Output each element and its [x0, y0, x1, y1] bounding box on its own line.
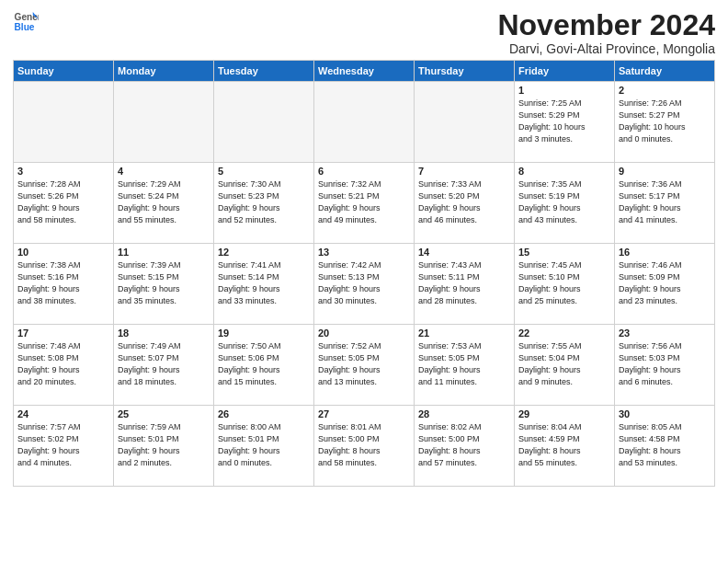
calendar-cell: 22Sunrise: 7:55 AM Sunset: 5:04 PM Dayli…	[515, 325, 615, 406]
weekday-header: Tuesday	[214, 61, 314, 82]
day-info: Sunrise: 8:04 AM Sunset: 4:59 PM Dayligh…	[518, 421, 610, 469]
day-number: 12	[218, 247, 310, 258]
day-info: Sunrise: 7:32 AM Sunset: 5:21 PM Dayligh…	[318, 178, 410, 226]
calendar-cell: 23Sunrise: 7:56 AM Sunset: 5:03 PM Dayli…	[615, 325, 715, 406]
day-info: Sunrise: 8:05 AM Sunset: 4:58 PM Dayligh…	[619, 421, 711, 469]
calendar-cell: 29Sunrise: 8:04 AM Sunset: 4:59 PM Dayli…	[515, 406, 615, 487]
calendar-cell: 4Sunrise: 7:29 AM Sunset: 5:24 PM Daylig…	[114, 163, 214, 244]
day-number: 9	[619, 166, 711, 177]
day-number: 15	[518, 247, 610, 258]
calendar-cell: 20Sunrise: 7:52 AM Sunset: 5:05 PM Dayli…	[314, 325, 415, 406]
calendar-cell	[14, 82, 114, 163]
day-number: 27	[318, 408, 410, 419]
logo: General Blue	[13, 9, 39, 35]
day-info: Sunrise: 7:30 AM Sunset: 5:23 PM Dayligh…	[218, 178, 310, 226]
calendar-cell: 8Sunrise: 7:35 AM Sunset: 5:19 PM Daylig…	[515, 163, 615, 244]
day-info: Sunrise: 7:35 AM Sunset: 5:19 PM Dayligh…	[518, 178, 610, 226]
calendar-cell: 26Sunrise: 8:00 AM Sunset: 5:01 PM Dayli…	[214, 406, 314, 487]
calendar-cell: 10Sunrise: 7:38 AM Sunset: 5:16 PM Dayli…	[14, 244, 114, 325]
day-number: 25	[118, 408, 210, 419]
day-number: 8	[518, 166, 610, 177]
weekday-header: Friday	[515, 61, 615, 82]
day-number: 19	[218, 327, 310, 339]
calendar-cell: 12Sunrise: 7:41 AM Sunset: 5:14 PM Dayli…	[214, 244, 314, 325]
calendar-cell	[214, 82, 314, 163]
day-number: 23	[619, 327, 711, 339]
day-info: Sunrise: 7:39 AM Sunset: 5:15 PM Dayligh…	[118, 259, 210, 307]
day-number: 17	[17, 327, 109, 339]
calendar-cell: 24Sunrise: 7:57 AM Sunset: 5:02 PM Dayli…	[14, 406, 114, 487]
svg-text:Blue: Blue	[15, 22, 35, 32]
day-number: 14	[418, 247, 510, 258]
day-info: Sunrise: 7:33 AM Sunset: 5:20 PM Dayligh…	[418, 178, 510, 226]
day-info: Sunrise: 7:36 AM Sunset: 5:17 PM Dayligh…	[619, 178, 711, 226]
calendar-cell	[415, 82, 515, 163]
day-number: 21	[418, 327, 510, 339]
day-number: 5	[218, 166, 310, 177]
day-number: 30	[619, 408, 711, 419]
weekday-header: Monday	[114, 61, 214, 82]
day-info: Sunrise: 7:25 AM Sunset: 5:29 PM Dayligh…	[518, 98, 610, 145]
calendar-cell: 14Sunrise: 7:43 AM Sunset: 5:11 PM Dayli…	[415, 244, 515, 325]
day-number: 29	[518, 408, 610, 419]
calendar-cell: 28Sunrise: 8:02 AM Sunset: 5:00 PM Dayli…	[415, 406, 515, 487]
calendar-cell: 1Sunrise: 7:25 AM Sunset: 5:29 PM Daylig…	[515, 82, 615, 163]
calendar-cell	[314, 82, 415, 163]
calendar-cell: 6Sunrise: 7:32 AM Sunset: 5:21 PM Daylig…	[314, 163, 415, 244]
day-info: Sunrise: 7:52 AM Sunset: 5:05 PM Dayligh…	[318, 340, 410, 388]
day-number: 4	[118, 166, 210, 177]
day-info: Sunrise: 7:38 AM Sunset: 5:16 PM Dayligh…	[17, 259, 109, 307]
calendar-cell: 9Sunrise: 7:36 AM Sunset: 5:17 PM Daylig…	[615, 163, 715, 244]
calendar-cell: 5Sunrise: 7:30 AM Sunset: 5:23 PM Daylig…	[214, 163, 314, 244]
day-info: Sunrise: 7:57 AM Sunset: 5:02 PM Dayligh…	[17, 421, 109, 469]
calendar-cell: 19Sunrise: 7:50 AM Sunset: 5:06 PM Dayli…	[214, 325, 314, 406]
calendar-cell: 15Sunrise: 7:45 AM Sunset: 5:10 PM Dayli…	[515, 244, 615, 325]
day-number: 2	[619, 85, 711, 96]
day-info: Sunrise: 8:00 AM Sunset: 5:01 PM Dayligh…	[218, 421, 310, 469]
calendar-cell: 30Sunrise: 8:05 AM Sunset: 4:58 PM Dayli…	[615, 406, 715, 487]
calendar-cell: 3Sunrise: 7:28 AM Sunset: 5:26 PM Daylig…	[14, 163, 114, 244]
day-number: 26	[218, 408, 310, 419]
day-info: Sunrise: 7:45 AM Sunset: 5:10 PM Dayligh…	[518, 259, 610, 307]
calendar-cell: 2Sunrise: 7:26 AM Sunset: 5:27 PM Daylig…	[615, 82, 715, 163]
day-info: Sunrise: 7:29 AM Sunset: 5:24 PM Dayligh…	[118, 178, 210, 226]
day-info: Sunrise: 7:55 AM Sunset: 5:04 PM Dayligh…	[518, 340, 610, 388]
calendar-cell: 17Sunrise: 7:48 AM Sunset: 5:08 PM Dayli…	[14, 325, 114, 406]
calendar-cell: 25Sunrise: 7:59 AM Sunset: 5:01 PM Dayli…	[114, 406, 214, 487]
day-number: 11	[118, 247, 210, 258]
day-number: 28	[418, 408, 510, 419]
logo-icon: General Blue	[13, 9, 39, 35]
day-info: Sunrise: 7:26 AM Sunset: 5:27 PM Dayligh…	[619, 98, 711, 145]
day-number: 20	[318, 327, 410, 339]
day-number: 22	[518, 327, 610, 339]
calendar-cell: 7Sunrise: 7:33 AM Sunset: 5:20 PM Daylig…	[415, 163, 515, 244]
day-number: 10	[17, 247, 109, 258]
day-info: Sunrise: 7:59 AM Sunset: 5:01 PM Dayligh…	[118, 421, 210, 469]
day-info: Sunrise: 7:53 AM Sunset: 5:05 PM Dayligh…	[418, 340, 510, 388]
weekday-header: Wednesday	[314, 61, 415, 82]
title-section: November 2024 Darvi, Govi-Altai Province…	[497, 9, 715, 56]
subtitle: Darvi, Govi-Altai Province, Mongolia	[497, 41, 715, 56]
calendar-cell: 18Sunrise: 7:49 AM Sunset: 5:07 PM Dayli…	[114, 325, 214, 406]
day-info: Sunrise: 7:28 AM Sunset: 5:26 PM Dayligh…	[17, 178, 109, 226]
day-info: Sunrise: 8:02 AM Sunset: 5:00 PM Dayligh…	[418, 421, 510, 469]
calendar-cell: 21Sunrise: 7:53 AM Sunset: 5:05 PM Dayli…	[415, 325, 515, 406]
calendar-cell	[114, 82, 214, 163]
day-info: Sunrise: 7:56 AM Sunset: 5:03 PM Dayligh…	[619, 340, 711, 388]
day-info: Sunrise: 7:46 AM Sunset: 5:09 PM Dayligh…	[619, 259, 711, 307]
calendar-table: SundayMondayTuesdayWednesdayThursdayFrid…	[13, 60, 715, 487]
day-number: 1	[518, 85, 610, 96]
day-number: 3	[17, 166, 109, 177]
calendar-cell: 16Sunrise: 7:46 AM Sunset: 5:09 PM Dayli…	[615, 244, 715, 325]
day-info: Sunrise: 7:42 AM Sunset: 5:13 PM Dayligh…	[318, 259, 410, 307]
day-info: Sunrise: 7:50 AM Sunset: 5:06 PM Dayligh…	[218, 340, 310, 388]
day-info: Sunrise: 7:43 AM Sunset: 5:11 PM Dayligh…	[418, 259, 510, 307]
calendar-cell: 13Sunrise: 7:42 AM Sunset: 5:13 PM Dayli…	[314, 244, 415, 325]
day-number: 7	[418, 166, 510, 177]
day-info: Sunrise: 8:01 AM Sunset: 5:00 PM Dayligh…	[318, 421, 410, 469]
day-number: 18	[118, 327, 210, 339]
weekday-header: Sunday	[14, 61, 114, 82]
calendar-cell: 27Sunrise: 8:01 AM Sunset: 5:00 PM Dayli…	[314, 406, 415, 487]
month-title: November 2024	[497, 9, 715, 41]
day-number: 24	[17, 408, 109, 419]
